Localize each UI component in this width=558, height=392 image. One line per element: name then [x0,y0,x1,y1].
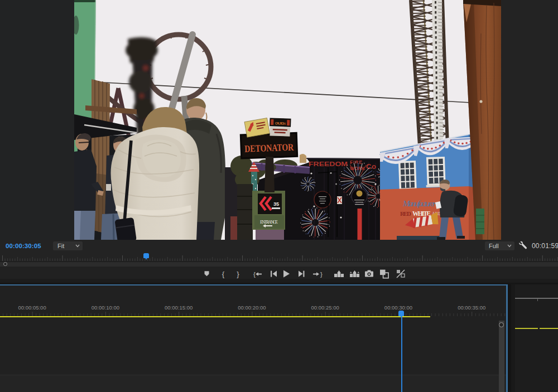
svg-text:Manufacturer: Manufacturer [402,199,436,208]
svg-text:FREEDOM: FREEDOM [309,161,348,167]
svg-text:ENTRANCE: ENTRANCE [260,220,278,225]
svg-text:FIRE: FIRE [350,159,362,165]
svg-text:DETONATOR: DETONATOR [244,142,294,154]
svg-text:CAUTION: CAUTION [275,121,286,125]
svg-text:{: { [253,271,256,278]
svg-text:{: { [222,270,225,278]
svg-text:35: 35 [273,201,279,207]
svg-text:}: } [237,270,239,278]
svg-text:}: } [320,271,323,278]
svg-text:RED: RED [400,210,411,217]
